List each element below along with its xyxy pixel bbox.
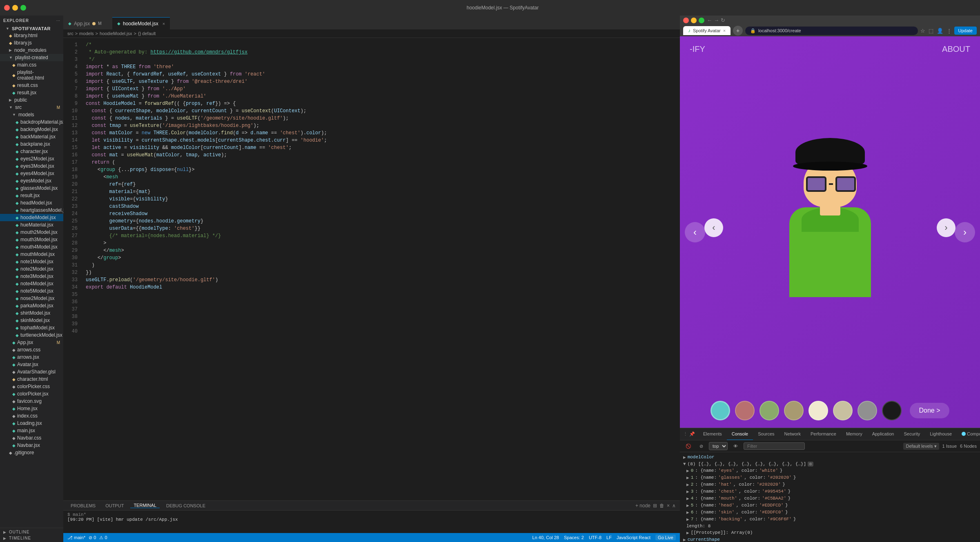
sidebar-item-favicon[interactable]: ◆ favicon.svg (0, 398, 63, 405)
sidebar-item-navbar-css[interactable]: ◆ Navbar.css (0, 434, 63, 442)
tab-memory[interactable]: Memory (841, 428, 867, 440)
sidebar-item-mouth4[interactable]: ◆ mouth4Model.jsx (0, 243, 63, 251)
terminal-trash-icon[interactable]: 🗑 (659, 503, 664, 509)
sidebar-item-public[interactable]: ▶ public (0, 96, 63, 104)
sidebar-item-hoodie[interactable]: ◆ hoodieModel.jsx (0, 214, 63, 221)
maximize-button[interactable] (20, 5, 26, 11)
outline-header[interactable]: ▶ OUTLINE (3, 530, 60, 534)
sidebar-item-avatarshader[interactable]: ◆ AvatarShader.glsl (0, 368, 63, 375)
inner-prev-button[interactable]: ‹ (704, 218, 723, 237)
sidebar-item-index-css[interactable]: ◆ index.css (0, 412, 63, 420)
sidebar-item-mouth3[interactable]: ◆ mouth3Model.jsx (0, 236, 63, 243)
sidebar-item-result-jsx2[interactable]: ◆ result.jsx (0, 192, 63, 199)
timeline-header[interactable]: ▶ TIMELINE (3, 536, 60, 540)
star-icon[interactable]: ☆ (920, 28, 925, 34)
sidebar-item-backing[interactable]: ◆ backingModel.jsx (0, 126, 63, 133)
sidebar-item-backdrop[interactable]: ◆ backdropMaterial.jsx (0, 118, 63, 126)
tab-debug-console[interactable]: DEBUG CONSOLE (163, 503, 209, 508)
sidebar-item-arrows-css[interactable]: ◆ arrows.css (0, 346, 63, 353)
browser-maximize-btn[interactable] (699, 18, 704, 23)
tab-application[interactable]: Application (867, 428, 899, 440)
sidebar-item-character[interactable]: ◆ character.jsx (0, 148, 63, 155)
sidebar-item-src[interactable]: ▼ src M (0, 104, 63, 111)
tab-components[interactable]: Components (957, 428, 980, 440)
sidebar-item-playlist-created-html[interactable]: ◆ playlist-created.html (0, 69, 63, 82)
sidebar-item-avatar[interactable]: ◆ Avatar.jsx (0, 361, 63, 368)
sidebar-item-loading[interactable]: ◆ Loading.jsx (0, 420, 63, 427)
tab-problems[interactable]: PROBLEMS (67, 503, 99, 508)
tab-terminal[interactable]: TERMINAL (130, 503, 160, 508)
forward-icon[interactable]: → (714, 17, 719, 23)
swatch-black[interactable] (882, 401, 902, 420)
sidebar-item-library-js[interactable]: ◆ library.js (0, 39, 63, 47)
tab-app-jsx[interactable]: ◆ App.jsx M (63, 17, 112, 29)
context-selector[interactable]: top (709, 442, 728, 450)
sidebar-item-eyes4[interactable]: ◆ eyes4Model.jsx (0, 170, 63, 177)
more-icon[interactable]: ⋮ (947, 28, 952, 34)
swatch-cream[interactable] (808, 401, 828, 420)
sidebar-item-result-css[interactable]: ◆ result.css (0, 82, 63, 89)
sidebar-item-backplane[interactable]: ◆ backplane.jsx (0, 140, 63, 148)
swatch-gray[interactable] (858, 401, 877, 420)
sidebar-item-heartglasses[interactable]: ◆ heartglassesModel.jsx (0, 207, 63, 214)
tab-close[interactable]: × (163, 21, 165, 26)
prettier-btn[interactable]: Go Live (655, 535, 676, 540)
swatch-green[interactable] (760, 401, 779, 420)
default-levels-select[interactable]: Default levels ▾ (903, 443, 939, 450)
sidebar-item-result-jsx[interactable]: ◆ result.jsx (0, 89, 63, 96)
nav-ify-link[interactable]: -IFY (690, 44, 705, 54)
sidebar-item-head[interactable]: ◆ headModel.jsx (0, 199, 63, 207)
sidebar-item-hue[interactable]: ◆ hueMaterial.jsx (0, 221, 63, 229)
browser-close-btn[interactable] (683, 18, 689, 23)
sidebar-item-node-modules[interactable]: ▶ node_modules (0, 47, 63, 54)
sidebar-root[interactable]: ▼ SPOTIFYAVATAR (0, 25, 63, 32)
browser-active-tab[interactable]: ♪ Spotify Avatar × (683, 26, 731, 35)
tab-elements[interactable]: Elements (698, 428, 727, 440)
tab-sources[interactable]: Sources (753, 428, 779, 440)
filter-input[interactable] (744, 442, 805, 450)
terminal-chevron-icon[interactable]: ∧ (672, 503, 676, 509)
sidebar-item-main-css[interactable]: ◆ main.css (0, 61, 63, 69)
nav-about-link[interactable]: ABOUT (942, 44, 970, 54)
address-bar[interactable]: 🔒 localhost:3000/create (745, 27, 918, 35)
profile-icon[interactable]: 👤 (937, 28, 943, 34)
devtools-eye-btn[interactable]: 👁 (731, 443, 740, 449)
tab-performance[interactable]: Performance (806, 428, 841, 440)
sidebar-item-character-html[interactable]: ◆ character.html (0, 375, 63, 383)
sidebar-item-backmaterial[interactable]: ◆ backMaterial.jsx (0, 133, 63, 140)
swatch-olive[interactable] (784, 401, 804, 420)
minimize-button[interactable] (12, 5, 18, 11)
sidebar-item-parka[interactable]: ◆ parkaModel.jsx (0, 302, 63, 309)
sidebar-item-arrows-jsx[interactable]: ◆ arrows.jsx (0, 353, 63, 361)
sidebar-item-turtleneck[interactable]: ◆ turtleneckModel.jsx (0, 331, 63, 339)
tab-output[interactable]: OUTPUT (102, 503, 127, 508)
sidebar-item-colorpicker-css[interactable]: ◆ colorPicker.css (0, 383, 63, 390)
tab-console[interactable]: Console (727, 428, 753, 440)
sidebar-item-eyes[interactable]: ◆ eyesModel.jsx (0, 177, 63, 184)
tab-lighthouse[interactable]: Lighthouse (925, 428, 957, 440)
terminal-close-icon[interactable]: × (667, 503, 670, 509)
sidebar-item-shirt[interactable]: ◆ shirtModel.jsx (0, 309, 63, 317)
devtools-filter-btn[interactable]: ⊘ (697, 443, 706, 450)
sidebar-item-main-jsx[interactable]: ◆ main.jsx (0, 427, 63, 434)
sidebar-item-colorpicker-jsx[interactable]: ◆ colorPicker.jsx (0, 390, 63, 398)
devtools-clear-btn[interactable]: 🚫 (683, 443, 694, 450)
sidebar-item-note2[interactable]: ◆ note2Model.jsx (0, 265, 63, 273)
sidebar-item-note5[interactable]: ◆ note5Model.jsx (0, 287, 63, 295)
new-tab-button[interactable]: + (733, 26, 743, 36)
devtools-menu-icon[interactable]: ⋮ (683, 431, 688, 437)
sidebar-item-mouth[interactable]: ◆ mouthModel.jsx (0, 251, 63, 258)
swatch-pink[interactable] (735, 401, 755, 420)
extensions-icon[interactable]: ⬚ (929, 28, 933, 34)
split-icon[interactable]: ⊞ (653, 503, 657, 509)
sidebar-item-navbar-jsx[interactable]: ◆ Navbar.jsx (0, 442, 63, 449)
reload-icon[interactable]: ↻ (721, 17, 725, 23)
inner-next-button[interactable]: › (937, 218, 956, 237)
sidebar-item-nose2[interactable]: ◆ nose2Model.jsx (0, 295, 63, 302)
back-icon[interactable]: ← (707, 17, 712, 23)
tab-security[interactable]: Security (899, 428, 925, 440)
sidebar-item-note1[interactable]: ◆ note1Model.jsx (0, 258, 63, 265)
sidebar-item-mouth2[interactable]: ◆ mouth2Model.jsx (0, 229, 63, 236)
done-button[interactable]: Done > (910, 403, 949, 418)
sidebar-item-playlist-created[interactable]: ▼ playlist-created (0, 54, 63, 61)
